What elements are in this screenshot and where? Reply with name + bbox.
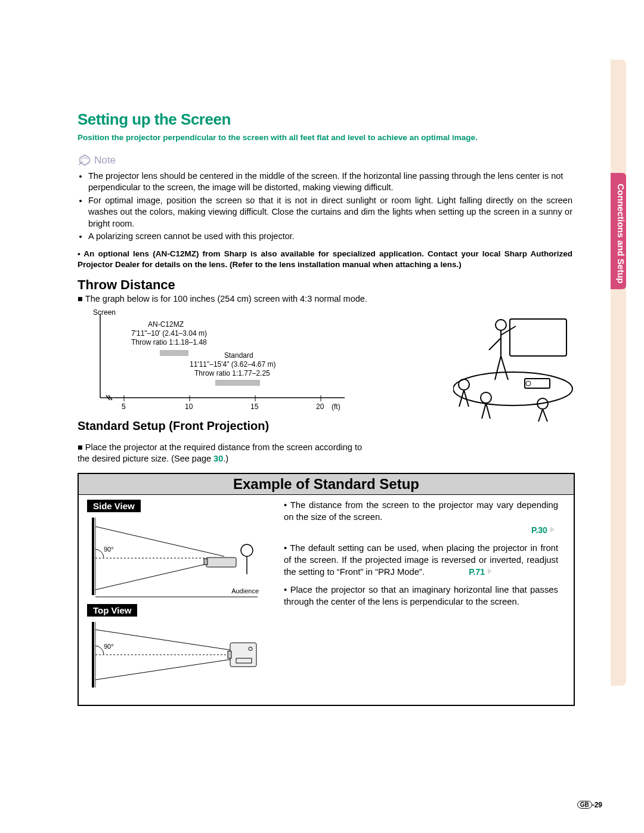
svg-rect-31 <box>228 651 231 658</box>
screen-label: Screen <box>93 308 116 317</box>
lens2-l1: Standard <box>224 351 253 360</box>
tick-10: 10 <box>185 402 193 411</box>
lens1-l1: AN-C12MZ <box>148 320 184 329</box>
intro-text: Position the projector perpendicular to … <box>78 132 572 143</box>
top-view-label: Top View <box>87 604 137 617</box>
svg-point-13 <box>459 379 469 390</box>
presentation-illustration <box>453 308 584 422</box>
lens2-l3: Throw ratio 1:1.77–2.25 <box>194 369 270 377</box>
svg-rect-11 <box>525 379 550 388</box>
item-text: Place the projector so that an imaginary… <box>284 585 558 606</box>
side-angle: 90° <box>104 546 114 553</box>
tick-15: 15 <box>250 402 258 411</box>
page-title: Setting up the Screen <box>78 110 572 129</box>
page-footer: GB-29 <box>577 801 602 809</box>
page-number: -29 <box>592 801 602 809</box>
example-box: Example of Standard Setup Side View <box>78 473 575 706</box>
example-item: • The default setting can be used, when … <box>284 543 558 578</box>
svg-point-14 <box>481 392 491 403</box>
standard-setup-desc: ■ Place the projector at the required di… <box>78 442 370 465</box>
x-unit: (ft) <box>332 402 340 411</box>
throw-distance-graph: Screen AN-C12MZ 7'11"–10' (2.41–3.04 m) … <box>82 308 369 416</box>
side-view-label: Side View <box>87 500 141 512</box>
side-view-diagram: 90° Audience <box>87 515 260 598</box>
note-item: The projector lens should be centered in… <box>88 171 572 194</box>
svg-point-12 <box>526 381 531 386</box>
page-link-30[interactable]: 30 <box>213 454 223 463</box>
svg-point-23 <box>241 544 253 556</box>
tick-5: 5 <box>122 402 126 411</box>
chevron-icon <box>487 566 496 578</box>
throw-heading: Throw Distance <box>78 277 572 293</box>
top-angle: 90° <box>104 643 114 650</box>
lens1-l2: 7'11"–10' (2.41–3.04 m) <box>131 329 207 337</box>
svg-point-10 <box>453 372 572 405</box>
example-item: • Place the projector so that an imagina… <box>284 584 558 608</box>
svg-rect-7 <box>215 380 260 386</box>
page-ref-71[interactable]: P.71 <box>469 566 485 578</box>
svg-rect-8 <box>510 319 566 356</box>
audience-label: Audience <box>231 587 259 594</box>
svg-point-9 <box>496 320 506 330</box>
svg-rect-22 <box>204 559 208 565</box>
svg-line-29 <box>95 659 230 680</box>
svg-line-19 <box>95 527 224 556</box>
svg-line-28 <box>95 630 230 650</box>
note-heading: Note <box>78 154 572 167</box>
side-tab-label: Connections and Setup <box>611 173 626 289</box>
lens2-l2: 11'11"–15'4" (3.62–4.67 m) <box>190 360 276 368</box>
svg-rect-21 <box>206 558 236 567</box>
example-item: • The distance from the screen to the pr… <box>284 500 558 537</box>
suffix: .) <box>223 454 228 463</box>
note-item: For optimal image, position the screen s… <box>88 195 572 230</box>
gb-badge: GB <box>577 801 592 809</box>
page-ref-30[interactable]: P.30 <box>531 525 547 536</box>
chevron-icon <box>550 525 558 537</box>
tick-20: 20 <box>316 402 324 411</box>
note-item: A polarizing screen cannot be used with … <box>88 231 572 243</box>
note-icon <box>78 154 91 167</box>
optional-lens-text: An optional lens (AN-C12MZ) from Sharp i… <box>78 249 572 269</box>
throw-caption: ■ The graph below is for 100 inches (254… <box>78 294 572 304</box>
side-tab-bg: Connections and Setup <box>611 60 626 686</box>
note-list: The projector lens should be centered in… <box>78 171 572 243</box>
note-label: Note <box>94 154 116 166</box>
throw-desc: The graph below is for 100 inches (254 c… <box>85 294 367 304</box>
svg-rect-6 <box>160 350 188 356</box>
item-text: The distance from the screen to the proj… <box>284 500 558 522</box>
bullet: ■ <box>78 294 85 304</box>
lens1-l3: Throw ratio 1:1.18–1.48 <box>131 338 207 346</box>
top-view-diagram: 90° <box>87 619 260 690</box>
item-text: The default setting can be used, when pl… <box>284 543 558 577</box>
bullet: ■ <box>78 442 85 452</box>
example-title: Example of Standard Setup <box>79 474 574 495</box>
optional-lens-note: • An optional lens (AN-C12MZ) from Sharp… <box>78 249 572 270</box>
